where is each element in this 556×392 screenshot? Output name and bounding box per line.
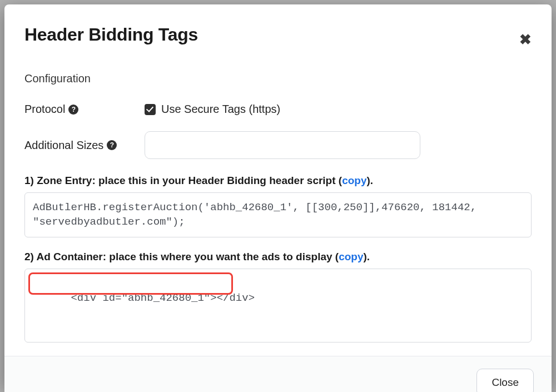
- secure-tags-checkbox[interactable]: [145, 104, 156, 115]
- step1-heading: 1) Zone Entry: place this in your Header…: [24, 175, 532, 187]
- step1-copy-link[interactable]: copy: [342, 175, 366, 186]
- modal-body: Header Bidding Tags ✖ Configuration Prot…: [4, 4, 552, 356]
- header-bidding-tags-modal: Header Bidding Tags ✖ Configuration Prot…: [4, 4, 552, 388]
- step2-copy-link[interactable]: copy: [339, 251, 363, 262]
- step2-text-suffix: ).: [364, 251, 370, 262]
- additional-sizes-row: Additional Sizes ?: [24, 131, 532, 159]
- secure-tags-checkbox-wrap[interactable]: Use Secure Tags (https): [145, 103, 280, 116]
- protocol-label-wrap: Protocol ?: [24, 103, 145, 116]
- additional-sizes-label: Additional Sizes: [24, 139, 103, 152]
- modal-titlebar: Header Bidding Tags ✖: [24, 24, 532, 47]
- protocol-row: Protocol ? Use Secure Tags (https): [24, 103, 532, 116]
- help-icon[interactable]: ?: [68, 105, 78, 115]
- step1-code-block[interactable]: AdButlerHB.registerAuction('abhb_42680_1…: [24, 192, 532, 237]
- help-icon[interactable]: ?: [107, 140, 117, 150]
- step2-code-block[interactable]: <div id="abhb_42680_1"></div>: [24, 269, 532, 343]
- step1-text-suffix: ).: [367, 175, 374, 186]
- configuration-label: Configuration: [24, 72, 532, 85]
- modal-footer: Close: [4, 356, 552, 392]
- step2-text-prefix: 2) Ad Container: place this where you wa…: [24, 251, 339, 262]
- secure-tags-label: Use Secure Tags (https): [161, 103, 280, 116]
- step2-heading: 2) Ad Container: place this where you wa…: [24, 251, 532, 263]
- modal-title: Header Bidding Tags: [24, 24, 198, 45]
- additional-sizes-label-wrap: Additional Sizes ?: [24, 139, 145, 152]
- close-icon[interactable]: ✖: [519, 32, 532, 47]
- protocol-label: Protocol: [24, 103, 65, 116]
- additional-sizes-input[interactable]: [145, 131, 420, 159]
- step2-code-text: <div id="abhb_42680_1"></div>: [71, 292, 255, 304]
- close-button[interactable]: Close: [476, 369, 534, 392]
- step1-text-prefix: 1) Zone Entry: place this in your Header…: [24, 175, 342, 186]
